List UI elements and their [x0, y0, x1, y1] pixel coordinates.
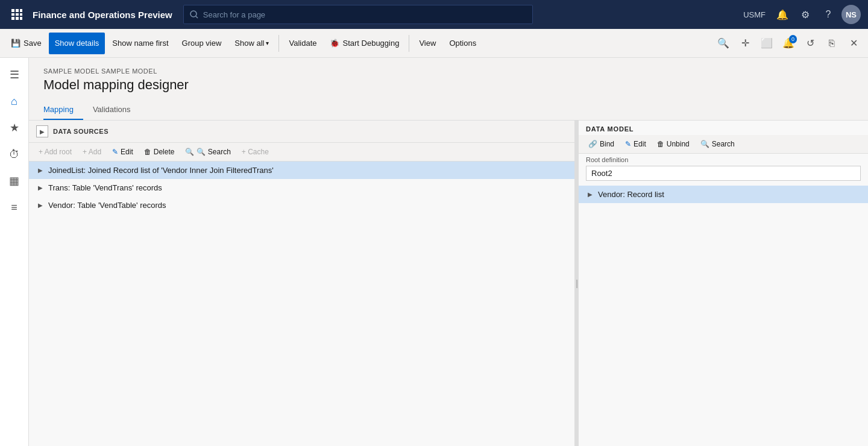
data-model-toolbar: 🔗 Bind ✎ Edit 🗑 Unbind 🔍 Search	[579, 135, 868, 154]
show-name-first-button[interactable]: Show name first	[106, 33, 174, 54]
separator2	[409, 35, 409, 52]
svg-rect-1	[16, 9, 19, 12]
search-dm-icon: 🔍	[700, 140, 709, 148]
cache-button[interactable]: + Cache	[237, 145, 274, 159]
search-icon-bar[interactable]: 🔍	[714, 34, 733, 53]
refresh-icon[interactable]: ↺	[800, 34, 820, 53]
sidebar-item-home[interactable]: ⌂	[2, 89, 27, 113]
data-model-title: DATA MODEL	[579, 121, 868, 135]
svg-rect-8	[20, 17, 22, 20]
save-icon: 💾	[11, 39, 20, 48]
search-dm-button[interactable]: 🔍 Search	[696, 137, 740, 151]
bind-button[interactable]: 🔗 Bind	[583, 137, 619, 151]
sidebar-item-recent[interactable]: ⏱	[2, 142, 27, 166]
data-model-panel: DATA MODEL 🔗 Bind ✎ Edit 🗑 Unbind	[579, 121, 868, 446]
debug-icon: 🐞	[330, 39, 339, 48]
search-icon: 🔍	[185, 148, 194, 156]
tab-validations[interactable]: Validations	[93, 100, 140, 120]
app-title: Finance and Operations Preview	[33, 10, 172, 20]
validate-button[interactable]: Validate	[283, 33, 322, 54]
show-details-button[interactable]: Show details	[49, 33, 105, 54]
sidebar-item-hamburger[interactable]: ☰	[2, 63, 27, 87]
chevron-icon: ▶	[36, 201, 45, 210]
data-sources-header: ▶ DATA SOURCES	[29, 121, 574, 143]
add-root-button[interactable]: + Add root	[34, 145, 77, 159]
badge-icon[interactable]: 🔔 0	[779, 34, 798, 53]
svg-rect-0	[11, 9, 14, 12]
svg-point-9	[190, 11, 197, 17]
svg-rect-3	[11, 13, 14, 16]
open-new-icon[interactable]: ⎘	[822, 34, 841, 53]
top-navigation: Finance and Operations Preview USMF 🔔 ⚙ …	[0, 0, 868, 29]
unbind-button[interactable]: 🗑 Unbind	[652, 137, 694, 151]
global-search-bar[interactable]	[183, 5, 533, 24]
search-ds-button[interactable]: 🔍 🔍 Search	[180, 145, 235, 159]
chevron-icon: ▶	[586, 190, 594, 199]
svg-rect-6	[11, 17, 14, 20]
grid-menu-icon[interactable]	[7, 5, 27, 24]
svg-rect-5	[20, 13, 22, 16]
help-icon[interactable]: ?	[819, 5, 838, 24]
svg-rect-7	[16, 17, 19, 20]
user-label: USMF	[743, 10, 766, 19]
start-debugging-button[interactable]: 🐞 Start Debugging	[324, 33, 405, 54]
sidebar-toggle-icon[interactable]: ⬜	[757, 34, 776, 53]
edit-button[interactable]: ✎ Edit	[107, 145, 138, 159]
separator	[278, 35, 279, 52]
notifications-icon[interactable]: 🔔	[773, 5, 792, 24]
edit-dm-button[interactable]: ✎ Edit	[620, 137, 651, 151]
tab-mapping[interactable]: Mapping	[43, 100, 83, 120]
save-button[interactable]: 💾 Save	[5, 33, 48, 54]
settings-icon[interactable]: ⚙	[796, 5, 815, 24]
tabs: Mapping Validations	[29, 100, 868, 121]
add-button[interactable]: + Add	[78, 145, 106, 159]
chevron-icon: ▶	[36, 166, 45, 175]
data-model-tree: ▶ Vendor: Record list	[579, 186, 868, 446]
main-layout: ☰ ⌂ ★ ⏱ ▦ ≡ SAMPLE MODEL SAMPLE MODEL Mo…	[0, 58, 868, 446]
svg-rect-2	[20, 9, 22, 12]
root-definition-label: Root definition	[579, 154, 868, 165]
page-header: SAMPLE MODEL SAMPLE MODEL Model mapping …	[29, 58, 868, 100]
delete-button[interactable]: 🗑 Delete	[139, 145, 180, 159]
svg-line-10	[196, 16, 198, 18]
sidebar-item-workspaces[interactable]: ▦	[2, 169, 27, 193]
breadcrumb: SAMPLE MODEL SAMPLE MODEL	[43, 68, 854, 75]
edit-dm-icon: ✎	[625, 140, 631, 148]
tree-item[interactable]: ▶ JoinedList: Joined Record list of 'Ven…	[29, 162, 574, 179]
search-input[interactable]	[203, 10, 526, 19]
root-definition-value: Root2	[586, 166, 861, 181]
collapse-button[interactable]: ▶	[36, 125, 48, 137]
sidebar-item-favorites[interactable]: ★	[2, 116, 27, 140]
panels: ▶ DATA SOURCES + Add root + Add ✎ Edit	[29, 121, 868, 446]
sidebar-item-modules[interactable]: ≡	[2, 195, 27, 219]
dm-tree-item[interactable]: ▶ Vendor: Record list	[579, 186, 868, 203]
data-sources-panel: ▶ DATA SOURCES + Add root + Add ✎ Edit	[29, 121, 575, 446]
nav-right: USMF 🔔 ⚙ ? NS	[743, 5, 861, 24]
close-icon[interactable]: ✕	[844, 34, 863, 53]
data-sources-title: DATA SOURCES	[53, 128, 108, 135]
group-view-button[interactable]: Group view	[176, 33, 228, 54]
tree-item[interactable]: ▶ Trans: Table 'VendTrans' records	[29, 179, 574, 196]
avatar[interactable]: NS	[841, 5, 861, 24]
view-button[interactable]: View	[413, 33, 442, 54]
show-all-button[interactable]: Show all ▾	[228, 33, 275, 54]
data-sources-toolbar: + Add root + Add ✎ Edit 🗑 Delete 🔍	[29, 143, 574, 162]
chevron-down-icon: ▾	[266, 40, 269, 46]
bind-icon: 🔗	[588, 140, 597, 148]
svg-rect-4	[16, 13, 19, 16]
data-sources-tree: ▶ JoinedList: Joined Record list of 'Ven…	[29, 162, 574, 446]
edit-icon: ✎	[112, 148, 118, 156]
delete-icon: 🗑	[144, 148, 151, 156]
tree-item[interactable]: ▶ Vendor: Table 'VendTable' records	[29, 196, 574, 214]
action-bar: 💾 Save Show details Show name first Grou…	[0, 29, 868, 58]
page-title: Model mapping designer	[43, 77, 854, 93]
crosshair-icon[interactable]: ✛	[735, 34, 755, 53]
unbind-icon: 🗑	[657, 140, 664, 148]
sidebar: ☰ ⌂ ★ ⏱ ▦ ≡	[0, 58, 29, 446]
content-area: SAMPLE MODEL SAMPLE MODEL Model mapping …	[29, 58, 868, 446]
options-button[interactable]: Options	[443, 33, 482, 54]
chevron-icon: ▶	[36, 184, 45, 192]
